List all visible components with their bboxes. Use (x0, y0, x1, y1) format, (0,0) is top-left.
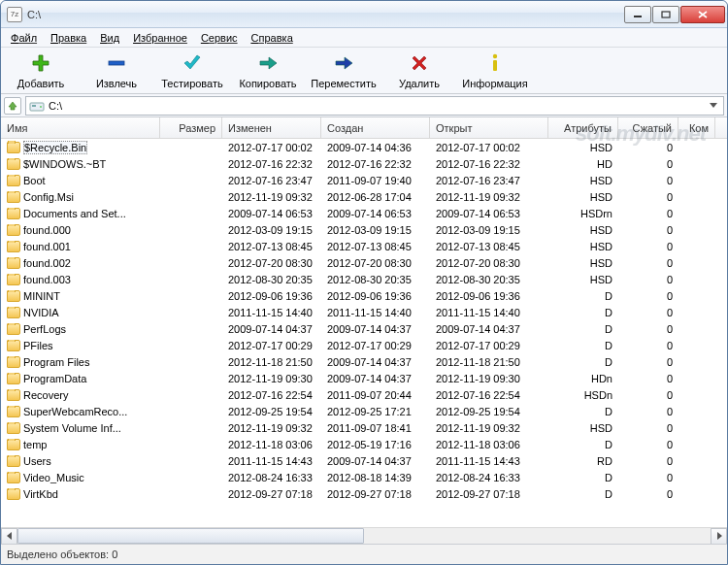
svg-rect-6 (32, 105, 36, 107)
file-list-body[interactable]: $Recycle.Bin2012-07-17 00:022009-07-14 0… (1, 139, 727, 527)
table-row[interactable]: found.0022012-07-20 08:302012-07-20 08:3… (1, 254, 727, 271)
toolbar-test-button[interactable]: Тестировать (154, 50, 230, 92)
table-row[interactable]: $WINDOWS.~BT2012-07-16 22:322012-07-16 2… (1, 155, 727, 172)
table-row[interactable]: found.0012012-07-13 08:452012-07-13 08:4… (1, 238, 727, 254)
cell-packed: 0 (618, 472, 678, 483)
toolbar-add-button[interactable]: Добавить (3, 50, 79, 92)
maximize-button[interactable] (652, 6, 679, 23)
toolbar-info-button[interactable]: Информация (457, 50, 533, 92)
table-row[interactable]: Config.Msi2012-11-19 09:322012-06-28 17:… (1, 188, 727, 205)
menu-файл[interactable]: Файл (5, 30, 43, 46)
cell-created: 2012-06-28 17:04 (321, 191, 430, 203)
cell-modified: 2012-11-19 09:32 (222, 422, 321, 434)
cell-accessed: 2009-07-14 04:37 (430, 323, 548, 335)
cell-packed: 0 (618, 455, 678, 467)
table-row[interactable]: NVIDIA2011-11-15 14:402011-11-15 14:4020… (1, 304, 727, 320)
cell-created: 2009-07-14 04:37 (321, 373, 430, 384)
cell-attr: D (548, 340, 618, 351)
cell-accessed: 2012-08-30 20:35 (430, 274, 548, 285)
file-name: SuperWebcamReco... (23, 406, 127, 417)
drive-icon (29, 99, 45, 113)
cell-created: 2009-07-14 04:36 (321, 142, 430, 153)
file-name: VirtKbd (23, 488, 58, 500)
column-header-6[interactable]: Сжатый (618, 117, 678, 138)
scroll-right-button[interactable] (711, 528, 727, 545)
table-row[interactable]: PerfLogs2009-07-14 04:372009-07-14 04:37… (1, 320, 727, 337)
cell-modified: 2012-03-09 19:15 (222, 224, 321, 236)
address-field[interactable]: C:\ (25, 96, 724, 116)
cell-attr: D (548, 488, 618, 500)
cell-accessed: 2012-07-20 08:30 (430, 257, 548, 269)
table-row[interactable]: found.0032012-08-30 20:352012-08-30 20:3… (1, 271, 727, 287)
table-row[interactable]: PFiles2012-07-17 00:292012-07-17 00:2920… (1, 337, 727, 353)
column-header-7[interactable]: Ком (678, 117, 715, 138)
cell-packed: 0 (618, 340, 678, 351)
folder-icon (7, 191, 20, 203)
folder-icon (7, 290, 20, 302)
column-header-2[interactable]: Изменен (222, 117, 321, 138)
horizontal-scrollbar[interactable] (1, 527, 727, 544)
folder-icon (7, 406, 20, 417)
cell-attr: D (548, 290, 618, 302)
cell-created: 2012-09-06 19:36 (321, 290, 430, 302)
menu-правка[interactable]: Правка (45, 30, 92, 46)
cell-attr: HSD (548, 175, 618, 186)
table-row[interactable]: Users2011-11-15 14:432009-07-14 04:37201… (1, 452, 727, 469)
column-header-3[interactable]: Создан (321, 117, 430, 138)
table-row[interactable]: MININT2012-09-06 19:362012-09-06 19:3620… (1, 287, 727, 304)
address-dropdown[interactable] (707, 103, 720, 109)
table-row[interactable]: ProgramData2012-11-19 09:302009-07-14 04… (1, 370, 727, 386)
table-row[interactable]: System Volume Inf...2012-11-19 09:322011… (1, 419, 727, 436)
menu-сервис[interactable]: Сервис (195, 30, 244, 46)
scroll-thumb[interactable] (17, 528, 364, 544)
app-icon: 7z (7, 7, 22, 22)
table-row[interactable]: Documents and Set...2009-07-14 06:532009… (1, 205, 727, 221)
toolbar-copy-button[interactable]: Копировать (230, 50, 306, 92)
menu-избранное[interactable]: Избранное (127, 30, 193, 46)
column-header-1[interactable]: Размер (160, 117, 222, 138)
table-row[interactable]: VirtKbd2012-09-27 07:182012-09-27 07:182… (1, 485, 727, 502)
cell-created: 2011-11-15 14:40 (321, 307, 430, 318)
cell-packed: 0 (618, 488, 678, 500)
toolbar-delete-button[interactable]: Удалить (381, 50, 457, 92)
cell-packed: 0 (618, 241, 678, 252)
svg-rect-2 (109, 61, 124, 65)
column-header-5[interactable]: Атрибуты (548, 117, 618, 138)
table-row[interactable]: Program Files2012-11-18 21:502009-07-14 … (1, 353, 727, 370)
file-name: Documents and Set... (23, 208, 126, 219)
cell-attr: HSD (548, 241, 618, 252)
file-name: found.002 (23, 257, 71, 269)
cell-attr: D (548, 472, 618, 483)
table-row[interactable]: $Recycle.Bin2012-07-17 00:022009-07-14 0… (1, 139, 727, 155)
table-row[interactable]: SuperWebcamReco...2012-09-25 19:542012-0… (1, 403, 727, 419)
address-bar: C:\ (1, 94, 727, 117)
cell-modified: 2009-07-14 06:53 (222, 208, 321, 219)
column-header-4[interactable]: Открыт (430, 117, 548, 138)
menu-вид[interactable]: Вид (94, 30, 125, 46)
minimize-button[interactable] (624, 6, 651, 23)
folder-icon (7, 208, 20, 219)
cell-attr: HSD (548, 257, 618, 269)
cell-attr: HSD (548, 224, 618, 236)
folder-icon (7, 356, 20, 368)
toolbar-extract-button[interactable]: Извлечь (79, 50, 154, 92)
cell-attr: D (548, 323, 618, 335)
table-row[interactable]: Video_Music2012-08-24 16:332012-08-18 14… (1, 469, 727, 485)
cell-created: 2012-09-25 17:21 (321, 406, 430, 417)
menu-справка[interactable]: Справка (246, 30, 299, 46)
table-row[interactable]: Boot2012-07-16 23:472011-09-07 19:402012… (1, 172, 727, 188)
titlebar[interactable]: 7z C:\ (1, 1, 727, 28)
toolbar-label: Копировать (239, 78, 296, 89)
toolbar-move-button[interactable]: Переместить (306, 50, 381, 92)
up-button[interactable] (4, 97, 21, 115)
table-row[interactable]: temp2012-11-18 03:062012-05-19 17:162012… (1, 436, 727, 452)
scroll-left-button[interactable] (1, 528, 17, 545)
cell-created: 2009-07-14 04:37 (321, 323, 430, 335)
cell-attr: D (548, 439, 618, 450)
cell-modified: 2012-07-16 22:54 (222, 389, 321, 401)
table-row[interactable]: Recovery2012-07-16 22:542011-09-07 20:44… (1, 386, 727, 403)
close-button[interactable] (680, 6, 725, 23)
cell-accessed: 2012-09-27 07:18 (430, 488, 548, 500)
table-row[interactable]: found.0002012-03-09 19:152012-03-09 19:1… (1, 221, 727, 238)
column-header-0[interactable]: Имя (1, 117, 160, 138)
